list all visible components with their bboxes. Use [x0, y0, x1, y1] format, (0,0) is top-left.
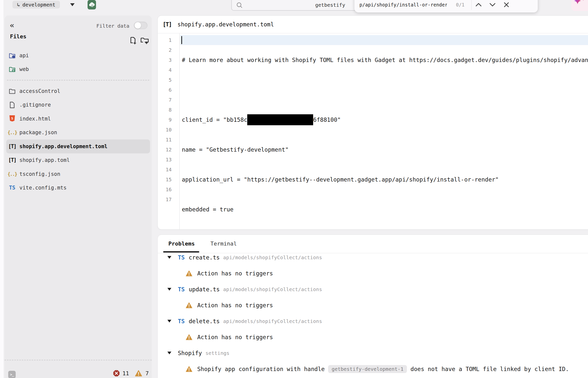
warning-count-icon	[135, 370, 142, 377]
find-query-input[interactable]: p/api/shopify/install-or-render	[359, 2, 447, 7]
code-area[interactable]: # Learn more about working with Shopify …	[182, 33, 588, 229]
deploy-sync-button[interactable]	[88, 0, 96, 9]
cloud-sync-icon	[89, 2, 95, 8]
file-label: index.html	[19, 116, 51, 122]
environment-dropdown-caret-icon[interactable]	[70, 3, 75, 6]
caret-down-icon	[167, 256, 171, 259]
toml-icon: [T]	[163, 21, 172, 28]
editor-panel: [T] shopify.app.development.toml 12 34 5…	[157, 15, 588, 230]
file-label: accessControl	[19, 88, 60, 94]
warning-count: 7	[146, 370, 149, 377]
file-row-shopify-app-toml[interactable]: [T] shopify.app.toml	[4, 153, 152, 167]
chevron-down-icon	[489, 3, 496, 7]
file-row-shopify-app-development-toml[interactable]: [T] shopify.app.development.toml	[6, 139, 150, 153]
file-tree: api web accessControl	[4, 49, 152, 195]
caret-down-icon	[167, 352, 171, 354]
terminal-chip-button[interactable]: >_	[8, 371, 16, 378]
warning-icon	[186, 366, 192, 372]
code-line: # Learn more about working with Shopify …	[182, 55, 588, 65]
new-folder-icon	[141, 37, 149, 45]
json-icon: {..}	[9, 171, 15, 177]
problem-file-row[interactable]: TS create.ts api/models/shopifyCollect/a…	[158, 254, 588, 265]
find-previous-button[interactable]	[472, 0, 486, 10]
toml-icon: [T]	[9, 143, 15, 150]
bottom-panel: Problems Terminal TS create.ts api/model…	[157, 235, 588, 378]
problem-warning-row[interactable]: Action has no triggers	[158, 297, 588, 313]
active-tab-underline	[163, 251, 199, 252]
problem-file-row[interactable]: TS update.ts api/models/shopifyCollect/a…	[158, 281, 588, 297]
find-next-button[interactable]	[486, 0, 499, 10]
caret-down-icon	[167, 288, 171, 291]
problem-warning-row[interactable]: Action has no triggers	[158, 329, 588, 345]
handle-code-pill: getbestify-development-1	[328, 365, 407, 373]
warning-icon	[186, 270, 192, 276]
file-row-api[interactable]: api	[4, 49, 152, 63]
html5-icon: 5	[9, 116, 15, 122]
typescript-icon: TS	[178, 254, 185, 261]
svg-text:5: 5	[11, 117, 13, 120]
file-row-indexhtml[interactable]: 5 index.html	[4, 112, 152, 126]
file-row-accesscontrol[interactable]: accessControl	[4, 84, 152, 98]
problem-warning-row[interactable]: Action has no triggers	[158, 265, 588, 281]
find-in-file-widget: p/api/shopify/install-or-render 0/1	[354, 0, 538, 12]
collapsed-panel-strip	[0, 0, 3, 378]
code-line: name = "Getbestify-development"	[182, 145, 588, 155]
file-label: web	[19, 66, 29, 72]
new-folder-button[interactable]	[141, 37, 149, 45]
folder-icon	[9, 88, 15, 94]
editor-file-header: [T] shopify.app.development.toml	[158, 16, 588, 33]
new-file-button[interactable]	[130, 37, 137, 45]
code-line: application_url = "https://getbestify--d…	[182, 175, 588, 185]
text-cursor	[181, 36, 182, 44]
tab-problems[interactable]: Problems	[168, 241, 195, 247]
close-icon	[504, 2, 509, 7]
caret-down-icon	[167, 320, 171, 322]
json-icon: {..}	[9, 129, 15, 136]
filter-data-toggle[interactable]	[134, 22, 147, 29]
panel-tabs: Problems Terminal	[158, 235, 588, 253]
typescript-icon: TS	[178, 318, 185, 324]
file-label: vite.config.mts	[19, 185, 67, 191]
find-close-button[interactable]	[499, 0, 513, 10]
sparkle-icon	[571, 0, 588, 11]
file-row-tsconfig[interactable]: {..} tsconfig.json	[4, 167, 152, 181]
file-icon	[9, 102, 15, 108]
environment-name: development	[22, 2, 55, 8]
filter-data-label: Filter data	[97, 23, 129, 29]
tab-terminal[interactable]: Terminal	[210, 241, 237, 247]
file-list-divider	[7, 80, 149, 80]
new-file-icon	[130, 37, 137, 45]
error-count: 11	[122, 370, 129, 377]
file-row-web[interactable]: web	[4, 63, 152, 76]
file-row-packagejson[interactable]: {..} package.json	[4, 126, 152, 140]
error-count-icon	[113, 370, 120, 377]
ai-assistant-button[interactable]	[571, 0, 588, 11]
sidebar-status-bar: >_ 11 7	[4, 360, 152, 378]
find-match-count: 0/1	[456, 2, 464, 7]
chevron-up-icon	[475, 3, 482, 7]
typescript-icon: TS	[178, 286, 185, 293]
problem-warning-row[interactable]: Shopify app configuration with handle ge…	[158, 361, 588, 377]
environment-selector[interactable]: ↳ development	[12, 1, 60, 8]
problem-group-row[interactable]: Shopify settings	[158, 345, 588, 361]
folder-globe-icon	[9, 66, 15, 72]
folder-gear-icon	[9, 52, 15, 59]
file-row-gitignore[interactable]: .gitignore	[4, 98, 152, 112]
sidebar-collapse-button[interactable]: «	[10, 21, 14, 29]
typescript-icon: TS	[9, 185, 15, 191]
file-label: api	[19, 53, 29, 59]
code-line: embedded = true	[182, 204, 588, 214]
file-label: shopify.app.development.toml	[19, 143, 107, 149]
problem-file-row[interactable]: TS delete.ts api/models/shopifyCollect/a…	[158, 313, 588, 329]
warning-icon	[186, 334, 192, 340]
file-label: tsconfig.json	[19, 171, 60, 177]
line-number-gutter: 12 34 56 78 910 1112 1314 1516 17	[158, 33, 180, 229]
code-line	[182, 85, 588, 95]
editor-filename: shopify.app.development.toml	[178, 21, 274, 28]
files-header: Files	[10, 33, 26, 40]
toml-icon: [T]	[9, 157, 15, 163]
problems-list: TS create.ts api/models/shopifyCollect/a…	[158, 254, 588, 378]
branch-arrow-icon: ↳	[17, 2, 20, 8]
file-row-viteconfig[interactable]: TS vite.config.mts	[4, 181, 152, 195]
code-line-redacted: client_id = "bb158c6f88100"	[182, 115, 588, 125]
